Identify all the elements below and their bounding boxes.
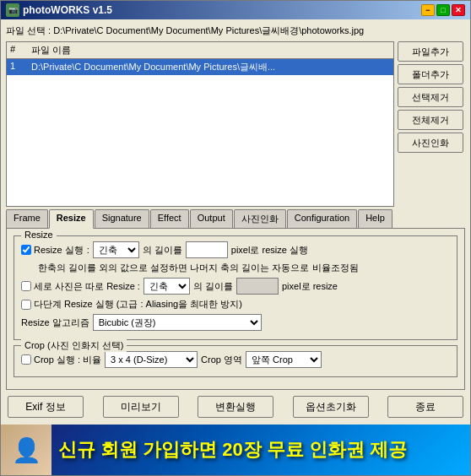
execute-button[interactable]: 변환실행 [198, 396, 273, 418]
banner-text: 신규 회원 가입하면 20장 무료 인화권 제공 [51, 434, 414, 466]
algorithm-select[interactable]: Bicubic (권장) [93, 314, 262, 331]
col-num-header: # [8, 43, 30, 57]
crop-area-select[interactable]: 앞쪽 Crop [246, 351, 322, 368]
row-num: 1 [8, 60, 30, 74]
pixel-value-input[interactable]: 640 [186, 241, 228, 258]
col-name-header: 파일 이름 [30, 43, 392, 57]
axis-select[interactable]: 긴축 [93, 241, 139, 258]
resize-group: Resize Resize 실행 : 긴축 의 길이를 640 [14, 235, 457, 340]
row-filename: D:\Private\C Document\My Document\My Pic… [30, 60, 392, 74]
title-bar: 📷 photoWORKS v1.5 − □ ✕ [1, 1, 470, 19]
tab-content-resize: Resize Resize 실행 : 긴축 의 길이를 640 [6, 229, 465, 390]
crop-label-text: Crop 실행 : 비율 [34, 354, 101, 366]
file-list-panel: # 파일 이름 1 D:\Private\C Document\My Docum… [6, 41, 394, 207]
tab-configuration[interactable]: Configuration [287, 209, 357, 228]
minimize-button[interactable]: − [421, 4, 435, 16]
banner-photo: 👤 [1, 425, 51, 475]
resize-label: Resize 실행 [34, 244, 84, 257]
sep-pixel-label: pixel로 resize [282, 280, 338, 293]
pixel-label: pixel로 resize 실행 [231, 244, 308, 257]
multi-resize-text: 다단계 Resize 실행 (고급 : Aliasing을 최대한 방지) [34, 298, 242, 311]
reset-button[interactable]: 옵션초기화 [293, 396, 369, 418]
sep-resize-row: 세로 사진은 따로 Resize : 긴축 의 길이를 640 pixel로 r… [21, 278, 450, 295]
banner-person-icon: 👤 [12, 436, 41, 464]
crop-area-label: Crop 영역 [201, 354, 242, 366]
sep-resize-text: 세로 사진은 따로 Resize : [34, 280, 140, 293]
remove-all-button[interactable]: 전체제거 [398, 110, 463, 130]
sep-axis-select[interactable]: 긴축 [143, 278, 190, 295]
auto-ratio-text: 한축의 길이를 외의 값으로 설정하면 나머지 축의 길이는 자동으로 비율조정… [38, 262, 359, 274]
preview-button[interactable]: 미리보기 [103, 396, 179, 418]
tab-effect[interactable]: Effect [150, 209, 189, 228]
multi-resize-checkbox[interactable] [21, 300, 31, 310]
filepath-label: 파일 선택 : D:\Private\C Document\My Documen… [6, 23, 465, 39]
main-window: 📷 photoWORKS v1.5 − □ ✕ 파일 선택 : D:\Priva… [0, 0, 471, 476]
sep-pixel-input[interactable]: 640 [236, 278, 279, 295]
crop-group-title: Crop (사진 인화지 선택) [21, 339, 127, 352]
exit-button[interactable]: 종료 [387, 396, 463, 418]
resize-group-title: Resize [21, 230, 57, 240]
side-buttons-panel: 파일추가 폴더추가 선택제거 전체제거 사진인화 [398, 41, 465, 207]
multi-resize-row: 다단계 Resize 실행 (고급 : Aliasing을 최대한 방지) [21, 298, 450, 311]
maximize-button[interactable]: □ [436, 4, 450, 16]
crop-checkbox-label: Crop 실행 : 비율 [21, 354, 101, 366]
axis-label: 의 길이를 [143, 244, 182, 257]
banner[interactable]: 👤 신규 회원 가입하면 20장 무료 인화권 제공 [1, 425, 470, 475]
tab-bar: Frame Resize Signature Effect Output 사진인… [6, 209, 465, 229]
content-area: 파일 선택 : D:\Private\C Document\My Documen… [1, 19, 470, 425]
window-title: photoWORKS v1.5 [23, 4, 112, 16]
crop-checkbox[interactable] [21, 354, 31, 365]
tab-signature[interactable]: Signature [95, 209, 149, 228]
bottom-buttons: Exif 정보 미리보기 변환실행 옵션초기화 종료 [6, 392, 465, 421]
algorithm-label: Resize 알고리즘 [21, 316, 89, 329]
resize-row1: Resize 실행 : 긴축 의 길이를 640 pixel로 resize 실… [21, 241, 450, 258]
tab-frame[interactable]: Frame [6, 209, 48, 228]
crop-group: Crop (사진 인화지 선택) Crop 실행 : 비율 3 x 4 (D-S… [14, 345, 457, 377]
multi-resize-label: 다단계 Resize 실행 (고급 : Aliasing을 최대한 방지) [21, 298, 242, 311]
photo-print-button[interactable]: 사진인화 [398, 133, 463, 153]
app-icon: 📷 [6, 3, 19, 17]
title-bar-left: 📷 photoWORKS v1.5 [6, 3, 112, 17]
remove-selected-button[interactable]: 선택제거 [398, 87, 463, 107]
sep-resize-checkbox[interactable] [21, 281, 31, 291]
add-folder-button[interactable]: 폴더추가 [398, 64, 463, 84]
main-area: # 파일 이름 1 D:\Private\C Document\My Docum… [6, 41, 465, 207]
close-button[interactable]: ✕ [452, 4, 465, 16]
crop-ratio-select[interactable]: 3 x 4 (D-Size) [105, 351, 198, 368]
title-buttons: − □ ✕ [421, 4, 465, 16]
add-file-button[interactable]: 파일추가 [398, 41, 463, 62]
sep-resize-label: 세로 사진은 따로 Resize : [21, 280, 140, 293]
tab-help[interactable]: Help [358, 209, 392, 228]
crop-row: Crop 실행 : 비율 3 x 4 (D-Size) Crop 영역 앞쪽 C… [21, 351, 450, 368]
tab-photo-print[interactable]: 사진인화 [234, 209, 286, 228]
resize-checkbox-label: Resize 실행 [21, 244, 84, 257]
file-table-header: # 파일 이름 [7, 42, 393, 59]
file-table: # 파일 이름 1 D:\Private\C Document\My Docum… [6, 41, 394, 207]
tab-resize[interactable]: Resize [49, 209, 94, 229]
resize-checkbox[interactable] [21, 245, 31, 255]
sep-axis-label: 의 길이를 [193, 280, 233, 293]
tabs-area: Frame Resize Signature Effect Output 사진인… [6, 209, 465, 390]
auto-ratio-info: 한축의 길이를 외의 값으로 설정하면 나머지 축의 길이는 자동으로 비율조정… [21, 262, 450, 274]
exif-button[interactable]: Exif 정보 [8, 396, 84, 418]
algorithm-row: Resize 알고리즘 Bicubic (권장) [21, 314, 450, 331]
colon-spacer: : [87, 245, 89, 255]
table-row[interactable]: 1 D:\Private\C Document\My Document\My P… [7, 59, 393, 75]
tab-output[interactable]: Output [190, 209, 233, 228]
